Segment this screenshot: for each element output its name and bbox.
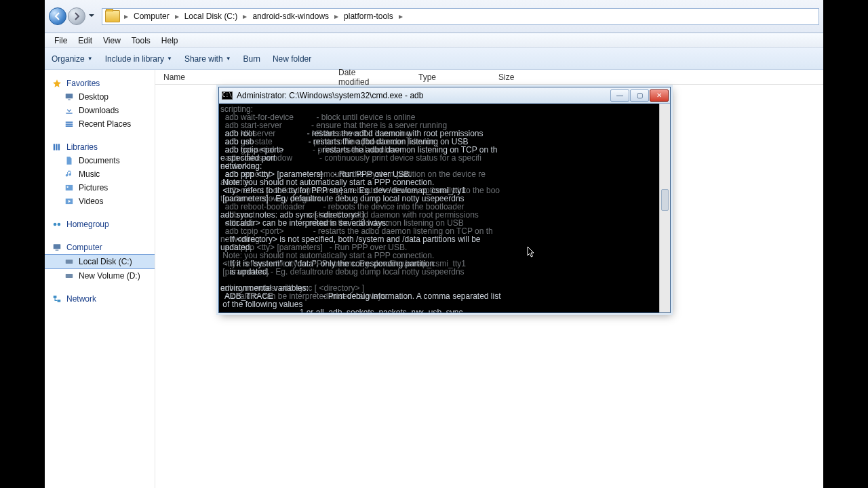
nav-sidebar: Favorites Desktop Downloads Recent Place… bbox=[45, 70, 155, 488]
breadcrumb-disk-c[interactable]: Local Disk (C:) bbox=[180, 12, 242, 21]
sidebar-label: New Volume (D:) bbox=[79, 271, 140, 281]
music-icon bbox=[64, 169, 75, 180]
favorites-header[interactable]: Favorites bbox=[45, 77, 155, 90]
breadcrumb-sdk[interactable]: android-sdk-windows bbox=[248, 12, 333, 21]
sidebar-label: Documents bbox=[79, 156, 120, 165]
sidebar-item-music[interactable]: Music bbox=[45, 167, 155, 181]
include-library-button[interactable]: Include in library▼ bbox=[105, 54, 172, 64]
maximize-button[interactable]: ▢ bbox=[630, 89, 649, 102]
svg-rect-11 bbox=[54, 244, 61, 249]
cmd-output[interactable]: scripting: adb wait-for-device - block u… bbox=[219, 104, 670, 312]
sidebar-label: Local Disk (C:) bbox=[79, 257, 132, 266]
share-label: Share with bbox=[184, 54, 223, 64]
recent-icon bbox=[64, 119, 75, 129]
breadcrumb-computer[interactable]: Computer bbox=[130, 12, 174, 21]
history-dropdown[interactable] bbox=[88, 12, 98, 21]
sidebar-label: Recent Places bbox=[79, 119, 131, 129]
organize-label: Organize bbox=[52, 54, 85, 64]
sidebar-item-pictures[interactable]: Pictures bbox=[45, 181, 155, 195]
col-name[interactable]: Name bbox=[163, 73, 338, 82]
menu-help[interactable]: Help bbox=[156, 35, 184, 47]
sidebar-item-new-volume-d[interactable]: New Volume (D:) bbox=[45, 269, 155, 283]
organize-button[interactable]: Organize▼ bbox=[52, 54, 93, 64]
burn-button[interactable]: Burn bbox=[243, 54, 260, 64]
toolbar: Organize▼ Include in library▼ Share with… bbox=[45, 48, 823, 70]
computer-header[interactable]: Computer bbox=[45, 241, 155, 254]
col-type[interactable]: Type bbox=[418, 73, 498, 82]
svg-rect-14 bbox=[66, 274, 73, 278]
menu-tools[interactable]: Tools bbox=[126, 35, 156, 47]
star-icon bbox=[52, 78, 62, 89]
breadcrumb-platform-tools[interactable]: platform-tools bbox=[340, 12, 397, 21]
svg-rect-16 bbox=[58, 300, 61, 302]
sidebar-item-local-disk-c[interactable]: Local Disk (C:) bbox=[45, 254, 155, 269]
sidebar-item-desktop[interactable]: Desktop bbox=[45, 90, 155, 104]
homegroup-icon bbox=[52, 219, 62, 230]
chevron-right-icon[interactable]: ▸ bbox=[123, 12, 130, 21]
network-group: Network bbox=[45, 292, 155, 306]
sidebar-item-downloads[interactable]: Downloads bbox=[45, 104, 155, 117]
menu-view[interactable]: View bbox=[98, 35, 126, 47]
sidebar-label: Pictures bbox=[79, 183, 108, 192]
share-with-button[interactable]: Share with▼ bbox=[184, 54, 231, 64]
sidebar-item-recent[interactable]: Recent Places bbox=[45, 117, 155, 131]
disk-icon bbox=[64, 256, 75, 267]
favorites-label: Favorites bbox=[66, 79, 100, 88]
cmd-scrollbar[interactable] bbox=[659, 104, 670, 312]
breadcrumb-bar[interactable]: ▸ Computer ▸ Local Disk (C:) ▸ android-s… bbox=[102, 8, 819, 25]
cmd-titlebar[interactable]: C:\ Administrator: C:\Windows\system32\c… bbox=[219, 87, 670, 104]
cmd-output-text: adb root - restarts the adbd daemon with… bbox=[220, 129, 659, 312]
explorer-window: ▸ Computer ▸ Local Disk (C:) ▸ android-s… bbox=[45, 0, 823, 488]
sidebar-item-documents[interactable]: Documents bbox=[45, 154, 155, 167]
libraries-group: Libraries Documents Music Pictures Video… bbox=[45, 140, 155, 208]
libraries-header[interactable]: Libraries bbox=[45, 140, 155, 154]
chevron-right-icon[interactable]: ▸ bbox=[241, 12, 248, 21]
minimize-button[interactable]: — bbox=[610, 89, 629, 102]
sidebar-label: Music bbox=[79, 169, 100, 179]
scrollbar-thumb[interactable] bbox=[661, 189, 669, 211]
svg-point-9 bbox=[54, 223, 57, 226]
desktop-icon bbox=[64, 92, 75, 102]
favorites-group: Favorites Desktop Downloads Recent Place… bbox=[45, 77, 155, 131]
chevron-right-icon[interactable]: ▸ bbox=[397, 12, 404, 21]
col-size[interactable]: Size bbox=[498, 73, 553, 82]
svg-rect-3 bbox=[54, 144, 55, 150]
svg-rect-6 bbox=[66, 185, 73, 190]
forward-button[interactable] bbox=[68, 7, 85, 25]
menu-bar: File Edit View Tools Help bbox=[45, 33, 823, 48]
libraries-label: Libraries bbox=[66, 142, 98, 152]
downloads-icon bbox=[64, 105, 75, 116]
svg-rect-13 bbox=[66, 260, 73, 264]
col-date[interactable]: Date modified bbox=[338, 68, 418, 87]
chevron-right-icon[interactable]: ▸ bbox=[333, 12, 340, 21]
sidebar-label: Videos bbox=[79, 197, 103, 206]
menu-edit[interactable]: Edit bbox=[73, 35, 98, 47]
chevron-down-icon: ▼ bbox=[226, 56, 231, 62]
chevron-right-icon[interactable]: ▸ bbox=[174, 12, 180, 21]
svg-rect-0 bbox=[66, 94, 73, 98]
homegroup-header[interactable]: Homegroup bbox=[45, 218, 155, 231]
svg-rect-4 bbox=[56, 144, 57, 150]
new-folder-button[interactable]: New folder bbox=[273, 54, 311, 64]
burn-label: Burn bbox=[243, 54, 260, 64]
back-button[interactable] bbox=[49, 7, 66, 25]
network-header[interactable]: Network bbox=[45, 292, 155, 306]
pictures-icon bbox=[64, 182, 75, 193]
close-button[interactable]: ✕ bbox=[650, 89, 669, 102]
sidebar-item-videos[interactable]: Videos bbox=[45, 195, 155, 208]
libraries-icon bbox=[52, 142, 62, 152]
folder-icon bbox=[105, 10, 120, 22]
sidebar-label: Downloads bbox=[79, 106, 119, 115]
column-headers: Name Date modified Type Size bbox=[155, 70, 823, 85]
chevron-down-icon: ▼ bbox=[167, 56, 172, 62]
svg-rect-12 bbox=[56, 250, 59, 251]
address-bar: ▸ Computer ▸ Local Disk (C:) ▸ android-s… bbox=[45, 0, 823, 33]
svg-rect-15 bbox=[54, 296, 57, 298]
computer-label: Computer bbox=[66, 243, 102, 252]
cmd-window[interactable]: C:\ Administrator: C:\Windows\system32\c… bbox=[218, 87, 671, 313]
svg-rect-5 bbox=[58, 144, 60, 150]
menu-file[interactable]: File bbox=[49, 35, 73, 47]
svg-rect-2 bbox=[66, 113, 72, 114]
include-label: Include in library bbox=[105, 54, 164, 64]
videos-icon bbox=[64, 196, 75, 207]
